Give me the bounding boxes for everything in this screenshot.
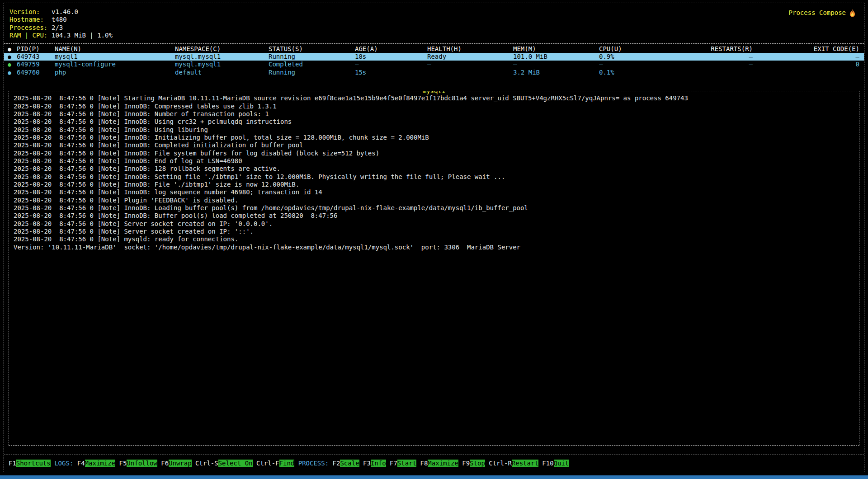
log-line: 2025-08-20 8:47:56 0 [Note] mysqld: read… [14, 235, 854, 243]
cell-age: – [355, 61, 427, 68]
shortcut-action-button[interactable]: Info [371, 460, 386, 467]
shortcut-key: F8 [420, 460, 428, 467]
shortcut-action-button[interactable]: Maximize [85, 460, 115, 467]
col-namespace[interactable]: NAMESPACE(C) [175, 45, 269, 53]
log-line: 2025-08-20 8:47:56 0 [Note] InnoDB: Numb… [14, 110, 854, 118]
col-health[interactable]: HEALTH(H) [427, 45, 513, 53]
log-line: 2025-08-20 8:47:56 0 [Note] InnoDB: log … [14, 188, 854, 196]
shortcut-key: F9 [462, 460, 470, 467]
shortcut-key: F2 [333, 460, 340, 467]
log-lines: 2025-08-20 8:47:56 0 [Note] Starting Mar… [14, 94, 854, 251]
cell-status: Running [269, 53, 355, 61]
cell-namespace: mysql.mysql1 [175, 53, 269, 61]
processes-line: Processes:2/3 [9, 24, 113, 32]
log-line: 2025-08-20 8:47:56 0 [Note] InnoDB: Usin… [14, 126, 854, 134]
shortcut-action-button[interactable]: Shortcuts [16, 460, 51, 467]
process-row[interactable]: ●649743mysql1mysql.mysql1Running18sReady… [4, 53, 864, 61]
shortcut-action-button[interactable]: Select On [218, 460, 253, 467]
log-line: 2025-08-20 8:47:56 0 [Note] InnoDB: Sett… [14, 173, 854, 181]
shortcut-action-button[interactable]: Scale [340, 460, 359, 467]
cell-name: php [55, 69, 175, 76]
col-restarts[interactable]: RESTARTS(R) [673, 45, 753, 53]
cell-restarts: – [673, 69, 753, 76]
process-table-header: ● PID(P) NAME(N) NAMESPACE(C) STATUS(S) … [4, 45, 864, 53]
flame-icon [849, 9, 856, 18]
cell-pid: 649743 [17, 53, 55, 61]
cell-name: mysql1 [55, 53, 175, 61]
log-line: 2025-08-20 8:47:56 0 [Note] InnoDB: File… [14, 150, 854, 157]
shortcut-action-button[interactable]: Restart [512, 460, 538, 467]
version-value: v1.46.0 [52, 8, 78, 15]
shortcut-key: F10 [542, 460, 553, 467]
hostname-label: Hostname: [9, 16, 52, 23]
log-line: 2025-08-20 8:47:56 0 [Note] InnoDB: Usin… [14, 118, 854, 126]
cell-exit-code: 0 [753, 61, 859, 68]
ram-cpu-line: RAM | CPU:104.3 MiB | 1.0% [9, 32, 113, 39]
process-table: ● PID(P) NAME(N) NAMESPACE(C) STATUS(S) … [4, 43, 864, 80]
col-cpu[interactable]: CPU(U) [599, 45, 673, 53]
log-line: 2025-08-20 8:47:56 0 [Note] Starting Mar… [14, 94, 854, 102]
log-line: 2025-08-20 8:47:56 0 [Note] InnoDB: Comp… [14, 141, 854, 149]
shortcut-key: Ctrl-F [256, 460, 279, 467]
col-mem[interactable]: MEM(M) [513, 45, 599, 53]
ram-cpu-label: RAM | CPU: [9, 32, 52, 39]
process-row[interactable]: ●649760phpdefaultRunning15s–3.2 MiB0.1%–… [4, 69, 864, 76]
log-line: 2025-08-20 8:47:56 0 [Note] InnoDB: Buff… [14, 212, 854, 220]
log-line: 2025-08-20 8:47:56 0 [Note] Server socke… [14, 220, 854, 228]
log-panel-title: mysql1 [422, 91, 446, 95]
cell-status: Completed [269, 61, 355, 68]
shortcut-action-button[interactable]: Unfollow [127, 460, 157, 467]
log-line: 2025-08-20 8:47:56 0 [Note] Plugin 'FEED… [14, 197, 854, 204]
cell-cpu: 0.1% [599, 69, 673, 76]
hostname-line: Hostname:t480 [9, 16, 113, 23]
process-status-dot-icon: ● [8, 53, 17, 61]
cell-mem: 3.2 MiB [513, 69, 599, 76]
process-status-dot-icon: ● [8, 61, 17, 68]
cell-exit-code: – [753, 53, 859, 61]
cell-cpu: 0.9% [599, 53, 673, 61]
col-age[interactable]: AGE(A) [355, 45, 427, 53]
process-status-dot-icon: ● [8, 69, 17, 76]
shortcut-action-button[interactable]: Stop [470, 460, 485, 467]
log-line: 2025-08-20 8:47:56 0 [Note] InnoDB: Comp… [14, 103, 854, 110]
cell-mem: 101.0 MiB [513, 53, 599, 61]
shortcut-action-button[interactable]: Find [279, 460, 295, 467]
log-line: Version: '10.11.11-MariaDB' socket: '/ho… [14, 244, 854, 251]
shortcut-key: Ctrl-R [489, 460, 512, 467]
cell-namespace: default [175, 69, 269, 76]
cell-name: mysql1-configure [55, 61, 175, 68]
shortcut-action-button[interactable]: Quit [554, 460, 569, 467]
shortcut-action-button[interactable]: Maximize [428, 460, 458, 467]
process-row[interactable]: ●649759mysql1-configuremysql.mysql1Compl… [4, 61, 864, 68]
shortcut-key: F7 [390, 460, 397, 467]
log-line: 2025-08-20 8:47:56 0 [Note] Server socke… [14, 228, 854, 235]
col-status[interactable]: STATUS(S) [269, 45, 355, 53]
shortcut-action-button[interactable]: Unwrap [169, 460, 192, 467]
header-dot-icon: ● [8, 45, 17, 53]
cell-health: Ready [427, 53, 513, 61]
log-line: 2025-08-20 8:47:56 0 [Note] InnoDB: End … [14, 157, 854, 165]
cell-status: Running [269, 69, 355, 76]
shortcut-key: F5 [119, 460, 127, 467]
processes-value: 2/3 [52, 24, 63, 31]
cell-namespace: mysql.mysql1 [175, 61, 269, 68]
col-exit-code[interactable]: EXIT CODE(E) [753, 45, 859, 53]
cell-health: – [427, 69, 513, 76]
shortcut-group-label: LOGS: [54, 460, 73, 467]
shortcut-action-button[interactable]: Start [397, 460, 416, 467]
header: Version:v1.46.0 Hostname:t480 Processes:… [4, 3, 864, 43]
col-name[interactable]: NAME(N) [55, 45, 175, 53]
version-line: Version:v1.46.0 [9, 8, 113, 16]
col-pid[interactable]: PID(P) [17, 45, 55, 53]
shortcut-key: F3 [363, 460, 371, 467]
log-line: 2025-08-20 8:47:56 0 [Note] InnoDB: 128 … [14, 165, 854, 173]
log-line: 2025-08-20 8:47:56 0 [Note] InnoDB: File… [14, 181, 854, 188]
cell-age: 18s [355, 53, 427, 61]
ram-cpu-value: 104.3 MiB | 1.0% [52, 32, 113, 39]
shortcuts-bar: F1Shortcuts LOGS: F4Maximize F5Unfollow … [4, 455, 864, 472]
shortcut-key: F6 [161, 460, 169, 467]
cell-mem: – [513, 61, 599, 68]
log-panel[interactable]: mysql1 2025-08-20 8:47:56 0 [Note] Start… [9, 91, 859, 446]
cell-age: 15s [355, 69, 427, 76]
cell-health: – [427, 61, 513, 68]
